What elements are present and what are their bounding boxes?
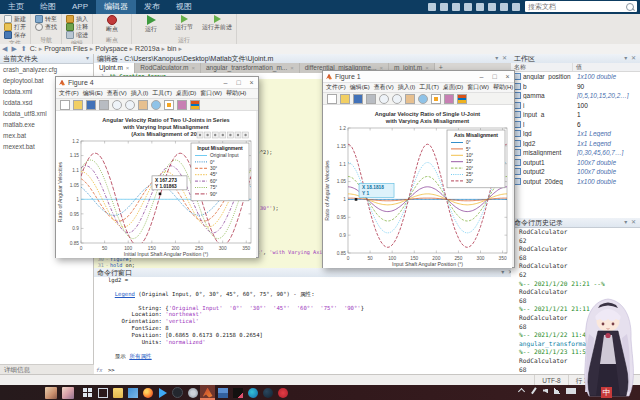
save-icon[interactable] — [86, 100, 96, 110]
save-icon[interactable] — [428, 3, 436, 11]
zoom-out-icon[interactable] — [392, 94, 402, 104]
editor-header-icons[interactable]: ▾ ✕ — [495, 54, 508, 63]
figure-menu-1[interactable]: 编辑(E) — [83, 89, 103, 98]
workspace-row[interactable]: output_20deg1x100 double — [511, 177, 640, 187]
maximize-button[interactable]: □ — [232, 77, 245, 88]
figure-titlebar[interactable]: Figure 4–□× — [56, 77, 258, 89]
close-button[interactable]: × — [245, 77, 258, 88]
workspace-row[interactable]: output1100x7 double — [511, 158, 640, 168]
new-doc-icon[interactable] — [327, 94, 337, 104]
print-icon[interactable] — [366, 94, 376, 104]
pan-icon[interactable] — [405, 94, 415, 104]
zoom-out-icon[interactable] — [125, 100, 135, 110]
print-icon[interactable] — [99, 100, 109, 110]
brush-icon[interactable] — [177, 100, 187, 110]
pinned-thumbnail-2[interactable] — [62, 387, 74, 399]
figure-menu-5[interactable]: 桌面(D) — [443, 83, 463, 92]
legend[interactable]: Input MisalignmentOriginal Input0°30°45°… — [191, 143, 249, 201]
open-folder-icon[interactable] — [73, 100, 83, 110]
pen-icon[interactable] — [529, 386, 539, 396]
ribbon-item-保存[interactable]: 保存 — [4, 31, 26, 39]
file-item[interactable]: crash_analyzer.cfg — [0, 64, 93, 75]
history-item[interactable]: RodCalculator — [511, 262, 640, 271]
figure-menu-3[interactable]: 插入(I) — [131, 89, 149, 98]
figure-titlebar[interactable]: Figure 1–□× — [323, 71, 514, 83]
ribbon-tab-1[interactable]: 绘图 — [32, 0, 64, 14]
history-item[interactable]: 68 — [511, 254, 640, 263]
zoom-in-icon[interactable] — [112, 100, 122, 110]
workspace-row[interactable]: lgd1x1 Legend — [511, 129, 640, 139]
workspace-row[interactable]: angular_position1x100 double — [511, 72, 640, 82]
figure-menu-1[interactable]: 编辑(E) — [350, 83, 370, 92]
workspace-row[interactable]: i100 — [511, 101, 640, 111]
crumb-4[interactable]: bin — [167, 45, 176, 52]
history-item[interactable]: RodCalculator — [511, 228, 640, 237]
crumb-2[interactable]: Polyspace — [95, 45, 127, 52]
search-icon[interactable] — [626, 3, 634, 11]
ribbon-item-运行节[interactable]: 运行节 — [169, 15, 199, 36]
cut-icon[interactable] — [440, 3, 448, 11]
workspace-row[interactable]: input_a1 — [511, 110, 640, 120]
workspace-row[interactable]: l6 — [511, 120, 640, 130]
fig1-plot[interactable]: Angular Velocity Ratio of Single U-Joint… — [323, 105, 512, 268]
minimize-button[interactable]: – — [475, 71, 488, 82]
open-folder-icon[interactable] — [340, 94, 350, 104]
legend-icon[interactable] — [457, 94, 467, 104]
figure-menu-5[interactable]: 桌面(D) — [176, 89, 196, 98]
tab-close-icon[interactable]: × — [126, 65, 130, 71]
crumb-3[interactable]: R2019a — [135, 45, 160, 52]
media-player-icon[interactable] — [155, 385, 170, 400]
rotate-icon[interactable] — [418, 94, 428, 104]
figure-menu-2[interactable]: 查看(V) — [374, 83, 394, 92]
legend-icon[interactable] — [190, 100, 200, 110]
figure-menu-7[interactable]: 帮助(H) — [493, 83, 513, 92]
photos-icon[interactable] — [125, 385, 140, 400]
fig4-plot[interactable]: Angular Velocity Ratio of Two U-Joints i… — [56, 111, 256, 258]
redo-icon[interactable] — [488, 3, 496, 11]
figure-menu-4[interactable]: 工具(T) — [419, 83, 439, 92]
workspace-row[interactable]: gamma[0,5,10,15,20,2…] — [511, 91, 640, 101]
datatip-icon[interactable] — [431, 94, 441, 104]
command-window[interactable]: lgd2 = Legend (Original Input, 0°, 30°, … — [94, 277, 511, 374]
figure-plot-area[interactable]: Angular Velocity Ratio of Two U-Joints i… — [56, 111, 256, 258]
workspace-row[interactable]: lgd21x1 Legend — [511, 139, 640, 149]
rotate-icon[interactable] — [151, 100, 161, 110]
firefox-icon[interactable] — [140, 385, 155, 400]
switch-window-icon[interactable] — [500, 3, 508, 11]
save-icon[interactable] — [353, 94, 363, 104]
history-header-icons[interactable]: ▾ ✕ — [624, 218, 637, 227]
ribbon-tab-4[interactable]: 发布 — [136, 0, 168, 14]
maximize-button[interactable]: □ — [488, 71, 501, 82]
ribbon-item-运行并前进[interactable]: 运行并前进 — [202, 15, 232, 36]
minimize-button[interactable]: – — [219, 77, 232, 88]
history-item[interactable]: 62 — [511, 271, 640, 280]
command-prompt[interactable]: fx>> — [94, 367, 511, 374]
figure-menu-0[interactable]: 文件(F) — [59, 89, 79, 98]
workspace-row[interactable]: output2100x7 double — [511, 167, 640, 177]
history-item[interactable]: %-- 2021/1/20 21:21 --% — [511, 280, 640, 289]
figure-window-1[interactable]: Figure 4–□×文件(F)编辑(E)查看(V)插入(I)工具(T)桌面(D… — [55, 76, 259, 258]
tab-close-icon[interactable]: × — [290, 65, 294, 71]
figure-window-2[interactable]: Figure 1–□×文件(F)编辑(E)查看(V)插入(I)工具(T)桌面(D… — [322, 70, 515, 268]
figure-menu-6[interactable]: 窗口(W) — [467, 83, 489, 92]
start-button[interactable] — [80, 385, 95, 400]
workspace-row[interactable]: b90 — [511, 82, 640, 92]
workspace-row[interactable]: misalignment[0,30,45,60,7…] — [511, 148, 640, 158]
modeling-app-icon[interactable] — [215, 385, 230, 400]
ribbon-tab-3[interactable]: 编辑器 — [96, 0, 136, 14]
matlab-icon[interactable] — [200, 385, 215, 400]
figure-menu-7[interactable]: 帮助(H) — [226, 89, 246, 98]
zoom-in-icon[interactable] — [379, 94, 389, 104]
editor-tab-0[interactable]: Ujoint.m× — [94, 63, 135, 73]
figure-plot-area[interactable]: Angular Velocity Ratio of Single U-Joint… — [323, 105, 512, 268]
forward-icon[interactable]: ▶ — [11, 45, 16, 53]
new-doc-icon[interactable] — [60, 100, 70, 110]
ribbon-tab-5[interactable]: 视图 — [168, 0, 200, 14]
ribbon-tab-2[interactable]: APP — [64, 0, 96, 14]
editor-tab-2[interactable]: angular_transformation_m...× — [201, 63, 300, 73]
ime-badge[interactable]: 中 — [601, 387, 612, 398]
history-item[interactable]: 62 — [511, 237, 640, 246]
krita-icon[interactable] — [230, 385, 245, 400]
music-app-icon[interactable] — [275, 385, 290, 400]
paste-icon[interactable] — [464, 3, 472, 11]
